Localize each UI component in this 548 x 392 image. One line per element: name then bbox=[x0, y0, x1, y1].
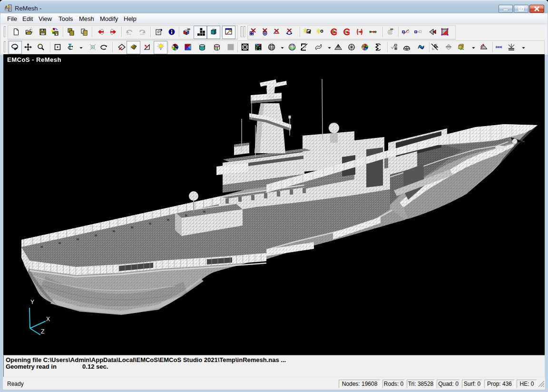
svg-text:Z: Z bbox=[41, 328, 44, 335]
svg-text:X: X bbox=[46, 316, 50, 323]
svg-text:Y: Y bbox=[30, 299, 34, 305]
